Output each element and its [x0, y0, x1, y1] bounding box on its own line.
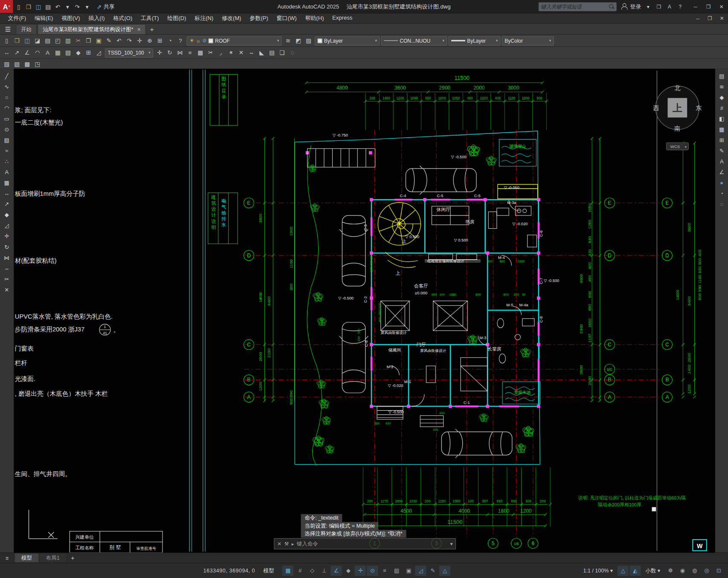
transparency-icon[interactable]: ▨: [391, 566, 402, 576]
close-command-icon[interactable]: ✕: [277, 541, 281, 547]
undo-icon[interactable]: ↶: [53, 2, 63, 12]
model-space-button[interactable]: 模型: [260, 566, 278, 576]
layer-combo-caret-icon[interactable]: ▾: [277, 38, 279, 43]
text-style-combo-caret-icon[interactable]: ▾: [148, 51, 150, 55]
dimension-tool-icon[interactable]: ↔: [2, 189, 12, 198]
markup-panel-icon[interactable]: ✎: [716, 146, 727, 156]
edit-reference-icon[interactable]: ▧: [2, 59, 12, 69]
polar-tracking-icon[interactable]: ∠: [331, 566, 342, 576]
tab-menu-hamburger-icon[interactable]: ☰: [0, 25, 16, 32]
paste-icon[interactable]: ▣: [94, 36, 104, 46]
ortho-icon[interactable]: ⊥: [319, 566, 330, 576]
graphics-performance-icon[interactable]: ◍: [689, 566, 700, 576]
plot-icon[interactable]: ▤: [43, 2, 53, 12]
save-icon[interactable]: ◫: [22, 36, 32, 46]
stretch-tool-icon[interactable]: ⇔: [2, 264, 12, 273]
clip-xref-icon[interactable]: ▩: [22, 59, 32, 69]
zoom-window-icon[interactable]: ⊞: [155, 36, 165, 46]
menu-item-1[interactable]: 编辑(E): [30, 15, 57, 23]
plotstyle-combo[interactable]: ByColor ▾: [502, 36, 554, 45]
units-button[interactable]: 小数 ▾: [643, 567, 663, 574]
search-input[interactable]: [541, 4, 609, 9]
properties-panel-icon[interactable]: ▤: [716, 72, 727, 81]
dim-angular-icon[interactable]: ∠: [22, 48, 32, 58]
zoom-realtime-icon[interactable]: ⊕: [145, 36, 155, 46]
linetype-combo[interactable]: CON...NUOU ▾: [381, 36, 447, 45]
scale-icon[interactable]: ◣: [257, 48, 267, 58]
block-icon[interactable]: ◆: [73, 48, 83, 58]
array-icon[interactable]: ▩: [195, 48, 205, 58]
plot-preview-icon[interactable]: ◰: [53, 36, 63, 46]
count-panel-icon[interactable]: #: [716, 104, 727, 113]
fillet-icon[interactable]: ◞: [216, 48, 226, 58]
share-button[interactable]: ⇗共享: [96, 3, 114, 11]
rotate-tool-icon[interactable]: ↻: [2, 242, 12, 252]
text-tool-icon[interactable]: A: [2, 168, 12, 177]
signin-button[interactable]: 登录: [630, 3, 641, 11]
infer-constraints-icon[interactable]: ◇: [307, 566, 318, 576]
selection-cycling-icon[interactable]: ▣: [403, 566, 414, 576]
close-button[interactable]: ✕: [715, 0, 728, 13]
hatch-tool-icon[interactable]: ▨: [2, 136, 12, 145]
annotation-monitor-icon[interactable]: ◉: [677, 566, 688, 576]
dim-aligned-icon[interactable]: ↗: [12, 48, 22, 58]
doc-close-button[interactable]: ✕: [716, 13, 728, 23]
publish-icon[interactable]: ▥: [63, 36, 73, 46]
customize-command-icon[interactable]: ⚒: [284, 541, 289, 547]
account-caret-icon[interactable]: ▾: [644, 1, 653, 12]
circle-tool-icon[interactable]: ○: [2, 93, 12, 102]
new-drawing-icon[interactable]: ▯: [14, 2, 24, 12]
menu-item-2[interactable]: 视图(V): [57, 15, 84, 23]
tab-drawing[interactable]: 汕尾市某3层框架别墅建筑结构设计图* ✕: [38, 24, 146, 35]
tab-start[interactable]: 开始: [16, 24, 37, 35]
menu-item-3[interactable]: 插入(I): [84, 15, 109, 23]
tab-layout1[interactable]: 布局1: [40, 554, 66, 563]
help-icon[interactable]: ?: [676, 1, 685, 12]
mirror-icon[interactable]: ⋈: [175, 48, 185, 58]
plot-icon[interactable]: ▤: [43, 36, 52, 46]
autodesk-assistant-icon[interactable]: A: [665, 1, 674, 12]
app-store-icon[interactable]: ❒: [654, 1, 664, 12]
save-icon[interactable]: ◫: [33, 2, 43, 12]
views-panel-icon[interactable]: ◧: [716, 114, 727, 124]
isometric-draft-icon[interactable]: ◆: [343, 566, 354, 576]
measure-panel-icon[interactable]: ∠: [716, 168, 727, 177]
insert-icon[interactable]: ⊞: [84, 48, 93, 58]
dynamic-input-icon[interactable]: ✎: [427, 566, 438, 576]
polyline-tool-icon[interactable]: ∿: [2, 82, 12, 92]
menu-item-5[interactable]: 工具(T): [136, 15, 163, 23]
undo-icon[interactable]: ↶: [114, 36, 124, 46]
color-combo[interactable]: ByLayer ▾: [315, 36, 380, 45]
layers-panel-icon[interactable]: ≋: [716, 82, 727, 92]
doc-minimize-button[interactable]: ─: [692, 13, 704, 23]
trim-tool-icon[interactable]: ✂: [2, 274, 12, 284]
arc-tool-icon[interactable]: ◠: [2, 104, 12, 113]
undo-caret-icon[interactable]: ▾: [63, 2, 73, 12]
workspace-gear-icon[interactable]: ☸: [665, 566, 676, 576]
new-tab-button[interactable]: +: [147, 25, 157, 32]
command-input-bar[interactable]: ✕ ⚒ ▸ 键入命令 ▾: [274, 538, 456, 549]
copy-icon[interactable]: ❐: [84, 36, 93, 46]
command-history-icon[interactable]: ▾: [450, 541, 452, 547]
selection-grip[interactable]: [652, 507, 656, 511]
dynamic-ucs-icon[interactable]: ◿: [415, 566, 426, 576]
orbit-icon[interactable]: ◔: [165, 36, 175, 46]
autocad-logo[interactable]: A▾: [0, 0, 13, 13]
object-snap-icon[interactable]: ⊙: [367, 566, 378, 576]
isolate-objects-icon[interactable]: ◎: [701, 566, 712, 576]
menu-item-0[interactable]: 文件(F): [4, 15, 30, 23]
search-icon[interactable]: [609, 4, 614, 9]
menu-item-8[interactable]: 修改(M): [218, 15, 245, 23]
layout-menu-icon[interactable]: ≡: [0, 555, 14, 561]
object-snap-tracking-icon[interactable]: ✛: [355, 566, 366, 576]
point-tool-icon[interactable]: ∴: [2, 157, 12, 166]
drawing-canvas[interactable]: 1150048003600290020003000200140012001000…: [14, 69, 715, 552]
menu-item-12[interactable]: Express: [328, 15, 357, 23]
open-icon[interactable]: ❒: [24, 2, 34, 12]
search-box[interactable]: [539, 2, 617, 11]
line-tool-icon[interactable]: ╱: [2, 72, 12, 81]
tab-model[interactable]: 模型: [15, 554, 39, 563]
table-tool-icon[interactable]: ▦: [2, 178, 12, 188]
properties-icon[interactable]: ▤: [267, 48, 277, 58]
offset-icon[interactable]: ≡: [185, 48, 195, 58]
